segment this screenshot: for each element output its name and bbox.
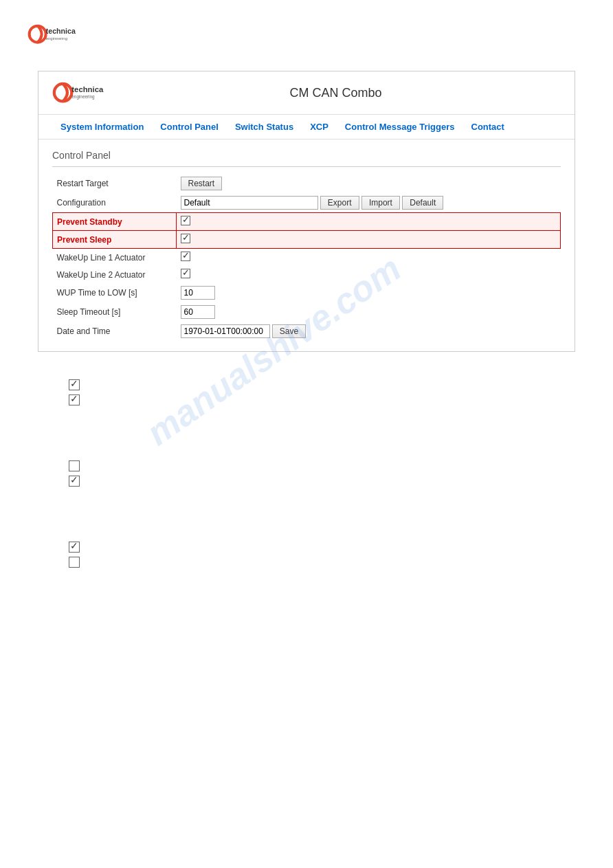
cell-date-time: Save (177, 322, 561, 341)
nav-system-information[interactable]: System Information (52, 119, 152, 135)
row-prevent-standby: Prevent Standby (53, 213, 561, 231)
row-date-time: Date and Time Save (53, 322, 561, 341)
label-restart-target: Restart Target (53, 174, 177, 193)
outer-checkbox-1-1[interactable] (69, 379, 80, 390)
label-wup-time: WUP Time to LOW [s] (53, 283, 177, 302)
page-heading: Control Panel (52, 150, 561, 167)
cell-prevent-sleep (177, 231, 561, 249)
nav-control-panel[interactable]: Control Panel (152, 119, 227, 135)
label-sleep-timeout: Sleep Timeout [s] (53, 302, 177, 322)
svg-text:engineering: engineering (46, 36, 67, 41)
cell-sleep-timeout (177, 302, 561, 322)
nav-bar: System Information Control Panel Switch … (38, 115, 575, 140)
label-wakeup-line2: WakeUp Line 2 Actuator (53, 266, 177, 283)
cell-wup-time (177, 283, 561, 302)
date-time-input[interactable] (181, 324, 270, 338)
cell-wakeup-line1 (177, 249, 561, 267)
svg-point-0 (30, 26, 46, 43)
cell-restart-target: Restart (177, 174, 561, 193)
configuration-input[interactable] (181, 196, 318, 210)
restart-button[interactable]: Restart (181, 177, 223, 190)
export-button[interactable]: Export (320, 196, 359, 210)
outer-cb-row-5 (69, 542, 613, 553)
cell-prevent-standby (177, 213, 561, 231)
svg-text:technica: technica (46, 27, 76, 35)
save-button[interactable]: Save (272, 324, 306, 338)
wakeup-line2-checkbox[interactable] (181, 269, 190, 278)
header-logo-icon: technica engineering (52, 78, 111, 107)
nav-xcp[interactable]: XCP (302, 119, 337, 135)
page-content: Control Panel Restart Target Restart Con… (38, 140, 575, 351)
outer-checkboxes-section3 (69, 542, 613, 568)
row-prevent-sleep: Prevent Sleep (53, 231, 561, 249)
svg-text:engineering: engineering (71, 94, 95, 100)
row-sleep-timeout: Sleep Timeout [s] (53, 302, 561, 322)
label-prevent-standby: Prevent Standby (53, 213, 177, 231)
row-wakeup-line2: WakeUp Line 2 Actuator (53, 266, 561, 283)
prevent-standby-checkbox[interactable] (181, 216, 190, 225)
outer-cb-row-4 (69, 476, 613, 487)
outer-checkbox-1-2[interactable] (69, 394, 80, 405)
default-button[interactable]: Default (402, 196, 443, 210)
import-button[interactable]: Import (361, 196, 400, 210)
nav-control-message-triggers[interactable]: Control Message Triggers (337, 119, 463, 135)
outer-checkbox-2-2[interactable] (69, 476, 80, 487)
row-wup-time: WUP Time to LOW [s] (53, 283, 561, 302)
wakeup-line1-checkbox[interactable] (181, 252, 190, 261)
cell-configuration: Export Import Default (177, 193, 561, 213)
outer-checkbox-3-2[interactable] (69, 557, 80, 568)
label-wakeup-line1: WakeUp Line 1 Actuator (53, 249, 177, 267)
label-configuration: Configuration (53, 193, 177, 213)
row-wakeup-line1: WakeUp Line 1 Actuator (53, 249, 561, 267)
outer-cb-row-3 (69, 460, 613, 471)
outer-cb-row-1 (69, 379, 613, 390)
sleep-timeout-input[interactable] (181, 305, 215, 319)
svg-point-3 (54, 84, 72, 101)
outer-cb-row-6 (69, 557, 613, 568)
label-prevent-sleep: Prevent Sleep (53, 231, 177, 249)
outer-checkbox-3-1[interactable] (69, 542, 80, 553)
label-date-time: Date and Time (53, 322, 177, 341)
svg-text:technica: technica (71, 85, 104, 93)
row-configuration: Configuration Export Import Default (53, 193, 561, 213)
wup-time-input[interactable] (181, 286, 215, 300)
outer-checkboxes-section1 (69, 379, 613, 405)
outer-checkbox-2-1[interactable] (69, 460, 80, 471)
nav-contact[interactable]: Contact (463, 119, 513, 135)
prevent-sleep-checkbox[interactable] (181, 234, 190, 243)
top-logo-icon: technica engineering (27, 21, 82, 48)
control-panel-table: Restart Target Restart Configuration Exp… (52, 174, 561, 341)
header-logo: technica engineering (52, 78, 111, 107)
outer-cb-row-2 (69, 394, 613, 405)
cell-wakeup-line2 (177, 266, 561, 283)
nav-switch-status[interactable]: Switch Status (227, 119, 302, 135)
top-logo-area: technica engineering (0, 0, 613, 64)
outer-checkboxes-section2 (69, 460, 613, 487)
row-restart-target: Restart Target Restart (53, 174, 561, 193)
browser-window: technica engineering CM CAN Combo System… (38, 71, 575, 352)
app-title: CM CAN Combo (111, 86, 561, 100)
app-header: technica engineering CM CAN Combo (38, 71, 575, 115)
